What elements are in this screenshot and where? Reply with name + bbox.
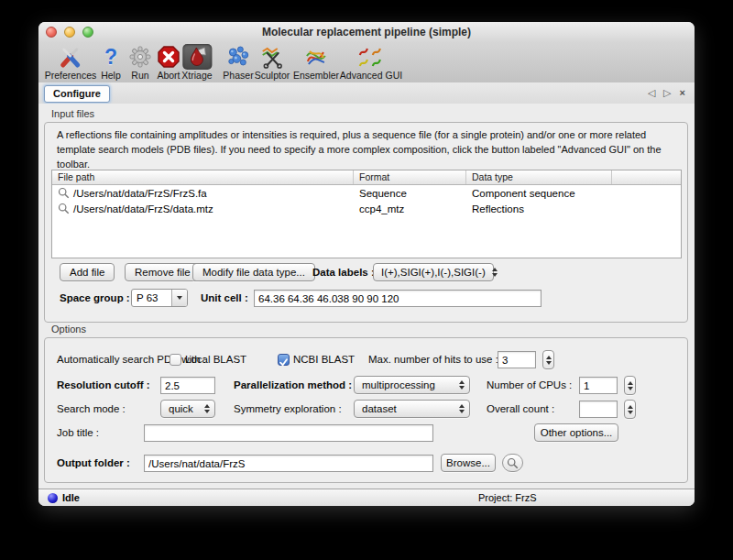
xtriage-icon — [182, 44, 212, 70]
popup-arrows-icon — [459, 380, 465, 390]
max-hits-field[interactable] — [498, 351, 536, 368]
combo-arrow-icon[interactable] — [171, 290, 187, 306]
file-path-cell: /Users/nat/data/FrzS/FrzS.fa — [73, 188, 207, 199]
num-cpus-stepper[interactable] — [624, 376, 636, 395]
options-group: Automatically search PDB with : Local BL… — [44, 337, 688, 483]
auto-search-label: Automatically search PDB with : — [57, 354, 206, 365]
input-files-section-label: Input files — [51, 108, 94, 119]
local-blast-label: Local BLAST — [185, 354, 246, 365]
input-files-group: A reflections file containing amplitudes… — [44, 122, 688, 323]
toolbar: Preferences ? Help Run — [38, 42, 695, 83]
max-hits-stepper[interactable] — [542, 350, 554, 369]
toolbar-button-run[interactable]: Run — [128, 44, 152, 81]
tab-close-icon[interactable]: × — [680, 86, 685, 99]
phaser-icon — [226, 44, 250, 70]
space-group-label: Space group : — [60, 292, 130, 303]
column-header-data-type[interactable]: Data type — [466, 170, 612, 184]
resolution-cutoff-field[interactable] — [160, 377, 215, 394]
preferences-icon — [59, 44, 82, 70]
parallelization-popup[interactable]: multiprocessing — [354, 376, 470, 394]
column-header-format[interactable]: Format — [354, 170, 466, 184]
data-labels-popup[interactable]: I(+),SIGI(+),I(-),SIGI(-) — [373, 263, 494, 281]
toolbar-button-preferences[interactable]: Preferences — [45, 44, 97, 81]
data-type-cell: Component sequence — [466, 188, 612, 199]
status-text: Idle — [62, 492, 80, 503]
content-area: Input files A reflections file containin… — [38, 104, 695, 489]
search-mode-popup[interactable]: quick — [160, 400, 215, 418]
search-mode-label: Search mode : — [57, 403, 126, 414]
magnifier-icon — [58, 203, 70, 214]
tab-bar: Configure ◁ ▷ × — [38, 82, 695, 104]
job-title-label: Job title : — [57, 427, 99, 438]
toolbar-button-xtriage[interactable]: Xtriage — [181, 44, 212, 81]
ncbi-blast-label: NCBI BLAST — [293, 354, 355, 365]
max-hits-label: Max. number of hits to use : — [368, 354, 498, 365]
overall-count-label: Overall count : — [487, 403, 554, 414]
add-file-button[interactable]: Add file — [60, 263, 115, 281]
modify-file-data-type-button[interactable]: Modify file data type... — [192, 263, 315, 281]
status-indicator-icon — [48, 493, 58, 503]
overall-count-stepper[interactable] — [624, 400, 636, 419]
job-title-field[interactable] — [144, 424, 433, 442]
toolbar-button-advanced-gui[interactable]: Advanced GUI — [340, 44, 402, 81]
symmetry-exploration-label: Symmetry exploration : — [234, 403, 342, 414]
browse-button[interactable]: Browse... — [441, 454, 496, 472]
sculptor-icon — [260, 44, 284, 70]
local-blast-checkbox[interactable] — [170, 354, 181, 366]
magnifier-icon — [507, 457, 519, 469]
options-section-label: Options — [51, 324, 86, 335]
magnifier-icon — [58, 187, 70, 199]
overall-count-field[interactable] — [579, 401, 618, 418]
file-table-header: File path Format Data type — [52, 170, 681, 185]
input-files-description: A reflections file containing amplitudes… — [57, 127, 676, 171]
toolbar-button-help[interactable]: ? Help — [101, 44, 121, 81]
resolution-cutoff-label: Resolution cutoff : — [57, 379, 150, 390]
other-options-button[interactable]: Other options... — [534, 423, 618, 442]
unit-cell-label: Unit cell : — [201, 292, 248, 303]
file-path-cell: /Users/nat/data/FrzS/data.mtz — [73, 203, 213, 214]
titlebar[interactable]: Molecular replacement pipeline (simple) — [38, 22, 695, 43]
num-cpus-label: Number of CPUs : — [487, 379, 572, 390]
tab-prev-icon[interactable]: ◁ — [648, 86, 655, 99]
num-cpus-field[interactable] — [579, 377, 618, 394]
data-labels-label: Data labels : — [312, 267, 375, 278]
help-icon: ? — [104, 44, 117, 70]
popup-arrows-icon — [204, 404, 210, 413]
toolbar-button-abort[interactable]: Abort — [157, 44, 181, 81]
data-type-cell: Reflections — [466, 203, 612, 214]
toolbar-button-phaser[interactable]: Phaser — [223, 44, 253, 81]
output-folder-search-button[interactable] — [502, 454, 523, 472]
popup-arrows-icon — [459, 404, 465, 413]
run-gear-icon — [128, 44, 152, 70]
table-row[interactable]: /Users/nat/data/FrzS/FrzS.fa Sequence Co… — [52, 185, 681, 201]
toolbar-button-ensembler[interactable]: Ensembler — [293, 44, 339, 81]
abort-icon — [157, 44, 181, 70]
column-header-extra — [612, 170, 681, 184]
advanced-gui-icon — [357, 44, 385, 70]
output-folder-label: Output folder : — [57, 457, 130, 468]
output-folder-field[interactable] — [144, 455, 433, 472]
file-table[interactable]: File path Format Data type /Users/nat/da… — [51, 170, 682, 258]
status-bar: Idle Project: FrzS — [38, 489, 695, 506]
ensembler-icon — [304, 44, 328, 70]
format-cell: Sequence — [354, 188, 466, 199]
parallelization-method-label: Parallelization method : — [234, 379, 352, 390]
table-row[interactable]: /Users/nat/data/FrzS/data.mtz ccp4_mtz R… — [52, 201, 681, 216]
popup-arrows-icon — [492, 268, 498, 277]
tab-configure[interactable]: Configure — [44, 85, 110, 103]
tab-next-icon[interactable]: ▷ — [663, 86, 671, 99]
symmetry-exploration-popup[interactable]: dataset — [354, 400, 470, 418]
column-header-file-path[interactable]: File path — [52, 170, 354, 184]
app-window: Molecular replacement pipeline (simple) … — [38, 22, 695, 506]
window-title: Molecular replacement pipeline (simple) — [38, 26, 695, 38]
toolbar-button-sculptor[interactable]: Sculptor — [255, 44, 290, 81]
checkmark-icon — [279, 357, 289, 368]
unit-cell-field[interactable] — [254, 290, 542, 307]
format-cell: ccp4_mtz — [354, 203, 466, 214]
space-group-combo[interactable]: P 63 — [131, 289, 188, 307]
ncbi-blast-checkbox[interactable] — [278, 354, 290, 366]
remove-file-button[interactable]: Remove file — [125, 263, 201, 281]
project-label: Project: FrzS — [478, 492, 537, 503]
